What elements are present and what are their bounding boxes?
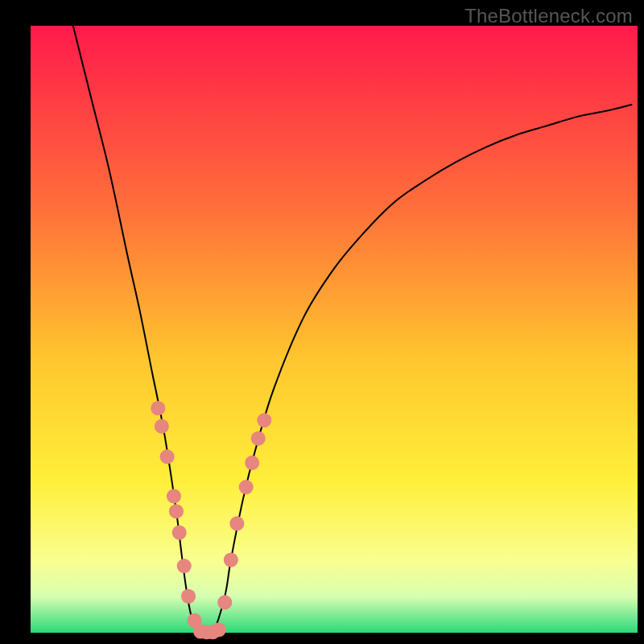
data-marker — [177, 559, 192, 573]
data-marker — [167, 489, 181, 503]
data-marker — [239, 480, 254, 494]
data-marker — [257, 413, 271, 427]
bottleneck-chart — [0, 0, 644, 644]
data-marker — [181, 589, 196, 604]
data-marker — [169, 504, 184, 518]
data-marker — [172, 526, 187, 540]
data-marker — [217, 595, 232, 609]
data-marker — [151, 401, 165, 415]
data-marker — [251, 431, 266, 446]
data-marker — [245, 456, 259, 470]
data-marker — [229, 516, 244, 530]
chart-frame: { "watermark": "TheBottleneck.com", "col… — [0, 0, 644, 644]
data-marker — [224, 552, 238, 567]
plot-background — [31, 26, 638, 633]
data-marker — [155, 419, 169, 434]
watermark-label: TheBottleneck.com — [464, 5, 633, 27]
data-marker — [212, 622, 226, 637]
data-marker — [160, 449, 175, 464]
